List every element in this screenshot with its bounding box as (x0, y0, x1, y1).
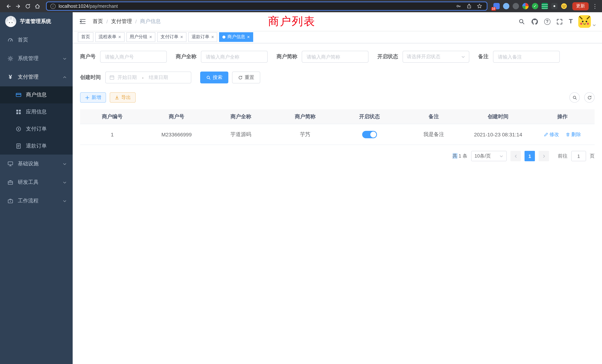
sidebar-item-label: 商户信息 (26, 92, 47, 98)
extension-icon-3[interactable] (513, 3, 519, 9)
share-icon[interactable] (465, 2, 473, 10)
sidebar-item-system[interactable]: 系统管理 (0, 49, 73, 68)
tab-close-icon[interactable]: × (211, 34, 214, 39)
help-icon[interactable]: ? (544, 18, 550, 25)
bookmark-star-icon[interactable] (476, 2, 483, 10)
full-name-input[interactable] (201, 51, 268, 63)
extension-icon-5[interactable]: ✓ (532, 3, 538, 9)
status-toggle[interactable] (362, 131, 377, 138)
extension-icon-1[interactable]: 10 (493, 3, 500, 9)
tab-close-icon[interactable]: × (180, 34, 183, 39)
tab-pay-order[interactable]: 支付订单× (157, 32, 186, 42)
search-icon[interactable] (518, 18, 526, 25)
sidebar-menu: 首页 系统管理 ¥ 支付管理 (0, 31, 73, 364)
export-button[interactable]: 导出 (110, 92, 136, 103)
delete-link[interactable]: 删除 (566, 131, 581, 138)
prev-page-button[interactable] (510, 151, 521, 161)
sidebar-item-merchant-info[interactable]: 商户信息 (0, 86, 73, 103)
breadcrumb-home[interactable]: 首页 (93, 18, 103, 25)
avatar[interactable] (578, 15, 591, 28)
sidebar-item-refund-order[interactable]: 退款订单 (0, 138, 73, 155)
column-header: 备注 (402, 113, 466, 120)
sidebar-item-home[interactable]: 首页 (0, 31, 73, 49)
extension-icon-2[interactable] (503, 3, 509, 9)
dashboard-icon (7, 37, 13, 43)
full-name-label: 商户全称 (176, 53, 196, 60)
caret-down-icon (592, 23, 596, 27)
merchant-no-input[interactable] (100, 51, 167, 63)
gear-icon (7, 56, 13, 62)
tab-process-form[interactable]: 流程表单× (95, 32, 124, 42)
browser-reload-button[interactable] (23, 1, 33, 11)
reset-button[interactable]: 重置 (232, 72, 260, 83)
document-icon (16, 143, 22, 149)
github-icon[interactable] (531, 18, 538, 25)
cell-create-time: 2021-10-23 08:31:14 (466, 131, 530, 137)
merchant-no-label: 商户号 (80, 53, 96, 60)
fullscreen-icon[interactable] (556, 18, 563, 25)
smiley-icon (561, 3, 567, 9)
password-key-icon[interactable] (455, 2, 462, 10)
create-time-range-picker[interactable]: 开始日期 - 结束日期 (105, 72, 191, 83)
tab-close-icon[interactable]: × (247, 34, 250, 39)
remark-input[interactable] (493, 51, 560, 63)
short-name-input[interactable] (302, 51, 368, 63)
tab-merchant-info[interactable]: 商户信息× (219, 32, 253, 42)
short-name-label: 商户简称 (277, 53, 297, 60)
refresh-table-button[interactable] (584, 92, 595, 103)
browser-menu-icon[interactable]: ⋮ (592, 3, 598, 10)
extension-icon-8[interactable] (561, 3, 567, 9)
table-header-row: 商户编号 商户号 商户全称 商户简称 开启状态 备注 创建时间 操作 (80, 109, 595, 124)
extension-icon-6[interactable] (542, 3, 548, 9)
browser-home-button[interactable] (33, 1, 42, 11)
search-form-row-1: 商户号 商户全称 商户简称 开启状态 请选择开启状态 (80, 51, 595, 63)
status-select[interactable]: 请选择开启状态 (403, 51, 469, 63)
browser-forward-button[interactable] (13, 1, 23, 11)
next-page-button[interactable] (539, 151, 549, 161)
app-logo[interactable]: 芋道管理系统 (0, 12, 73, 31)
sidebar-item-infrastructure[interactable]: 基础设施 (0, 155, 73, 173)
goto-page-input[interactable] (571, 151, 586, 161)
browser-update-button[interactable]: 更新 (572, 2, 589, 10)
sidebar-item-app-info[interactable]: 应用信息 (0, 103, 73, 120)
add-button[interactable]: 新增 (80, 92, 106, 103)
user-menu[interactable] (578, 15, 596, 28)
sidebar-item-payment[interactable]: ¥ 支付管理 (0, 68, 73, 86)
address-bar[interactable]: i localhost:1024 /pay/merchant (46, 1, 487, 11)
sidebar-item-dev-tools[interactable]: 研发工具 (0, 173, 73, 192)
page-size-select[interactable]: 10条/页 (471, 151, 507, 161)
target-icon (16, 126, 22, 132)
plus-icon (85, 95, 90, 100)
pagination-total-highlight: 共 (452, 153, 457, 159)
toggle-search-button[interactable] (569, 92, 580, 103)
goto-prefix: 前往 (558, 153, 568, 159)
yuan-icon: ¥ (7, 74, 13, 80)
briefcase-icon (7, 198, 13, 204)
cell-merchant-id: 1 (80, 131, 144, 137)
sidebar-item-workflow[interactable]: 工作流程 (0, 192, 73, 210)
chevron-down-icon (63, 199, 67, 203)
browser-back-button[interactable] (4, 1, 13, 11)
tab-refund-order[interactable]: 退款订单× (188, 32, 217, 42)
site-info-icon[interactable]: i (50, 3, 56, 9)
tab-close-icon[interactable]: × (118, 34, 121, 39)
search-button[interactable]: 搜索 (200, 72, 228, 83)
sidebar-item-pay-order[interactable]: 支付订单 (0, 120, 73, 138)
tab-user-group[interactable]: 用户分组× (126, 32, 155, 42)
cell-merchant-no: M233666999 (144, 131, 209, 137)
grid-icon (16, 109, 22, 115)
breadcrumb-payment[interactable]: 支付管理 (111, 18, 132, 25)
font-size-icon[interactable]: T (569, 18, 573, 25)
extension-icon-4[interactable] (522, 3, 529, 9)
edit-link[interactable]: 修改 (544, 131, 559, 138)
tab-close-icon[interactable]: × (149, 34, 152, 39)
page-number-1[interactable]: 1 (525, 151, 535, 161)
sidebar-item-label: 首页 (18, 37, 28, 43)
extension-icon-7[interactable] (551, 3, 558, 9)
table-row: 1 M233666999 芋道源码 芋艿 我是备注 2021-10-23 08:… (80, 124, 595, 145)
sidebar-item-label: 支付订单 (26, 126, 47, 132)
end-date-placeholder: 结束日期 (149, 74, 168, 81)
hamburger-icon[interactable] (79, 17, 87, 26)
edit-link-label: 修改 (549, 131, 559, 138)
tab-home[interactable]: 首页 (78, 32, 93, 42)
